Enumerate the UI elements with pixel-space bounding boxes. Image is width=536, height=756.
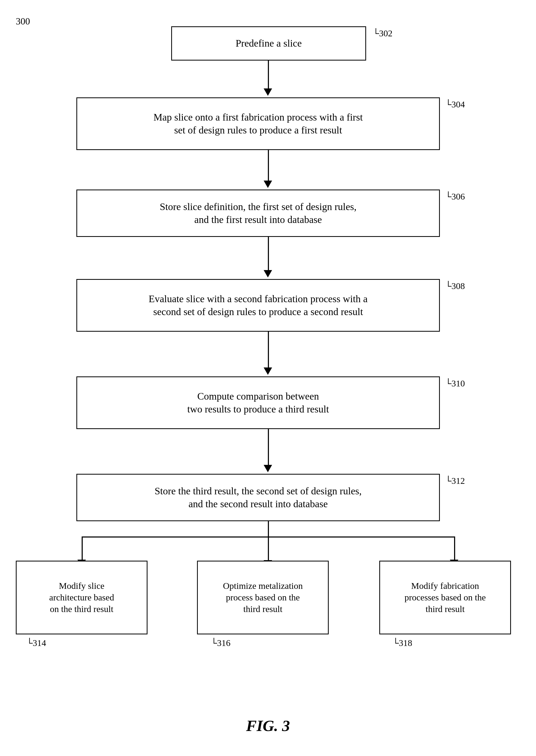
box-314-text: Modify slicearchitecture basedon the thi… xyxy=(49,580,114,615)
box-318-text: Modify fabricationprocesses based on the… xyxy=(405,580,486,615)
arrow-312-314-vert xyxy=(82,536,83,561)
arrow-312-318-vert xyxy=(454,536,455,561)
ref-308: └308 xyxy=(445,281,465,291)
ref-312: └312 xyxy=(445,476,465,486)
ref-316: └316 xyxy=(211,638,230,648)
ref-310: └310 xyxy=(445,379,465,389)
arrow-312-branch-horiz-left xyxy=(82,536,269,538)
box-304: Map slice onto a first fabrication proce… xyxy=(76,97,440,150)
arrow-306-308 xyxy=(268,237,269,271)
box-308-text: Evaluate slice with a second fabrication… xyxy=(149,293,367,319)
box-302-text: Predefine a slice xyxy=(235,37,302,50)
box-312-text: Store the third result, the second set o… xyxy=(154,485,362,511)
box-314: Modify slicearchitecture basedon the thi… xyxy=(16,561,148,634)
box-302: Predefine a slice xyxy=(171,26,366,61)
figure-label: FIG. 3 xyxy=(0,717,536,735)
arrow-head-302-304 xyxy=(264,88,272,96)
box-316: Optimize metalizationprocess based on th… xyxy=(197,561,329,634)
arrow-head-308-310 xyxy=(264,367,272,375)
arrow-304-306 xyxy=(268,150,269,182)
arrow-302-304 xyxy=(268,61,269,89)
box-310: Compute comparison betweentwo results to… xyxy=(76,376,440,429)
arrow-312-316-vert xyxy=(268,537,269,561)
box-310-text: Compute comparison betweentwo results to… xyxy=(187,390,329,416)
arrow-head-304-306 xyxy=(264,180,272,188)
ref-314: └314 xyxy=(26,638,46,648)
diagram-container: 300 Predefine a slice └302 Map slice ont… xyxy=(0,0,536,756)
ref-306: └306 xyxy=(445,192,465,202)
arrow-head-306-308 xyxy=(264,270,272,277)
box-318: Modify fabricationprocesses based on the… xyxy=(379,561,511,634)
ref-304: └304 xyxy=(445,100,465,110)
arrow-312-branch-horiz-right xyxy=(268,536,454,538)
ref-318: └318 xyxy=(392,638,412,648)
arrow-312-branch-down xyxy=(268,521,269,537)
box-306-text: Store slice definition, the first set of… xyxy=(160,200,356,226)
corner-label: 300 xyxy=(16,16,30,27)
ref-302: └302 xyxy=(373,28,392,39)
box-316-text: Optimize metalizationprocess based on th… xyxy=(223,580,303,615)
box-312: Store the third result, the second set o… xyxy=(76,474,440,521)
arrow-head-310-312 xyxy=(264,465,272,472)
box-308: Evaluate slice with a second fabrication… xyxy=(76,279,440,332)
arrow-308-310 xyxy=(268,332,269,368)
box-304-text: Map slice onto a first fabrication proce… xyxy=(153,111,363,137)
arrow-310-312 xyxy=(268,429,269,466)
box-306: Store slice definition, the first set of… xyxy=(76,190,440,237)
